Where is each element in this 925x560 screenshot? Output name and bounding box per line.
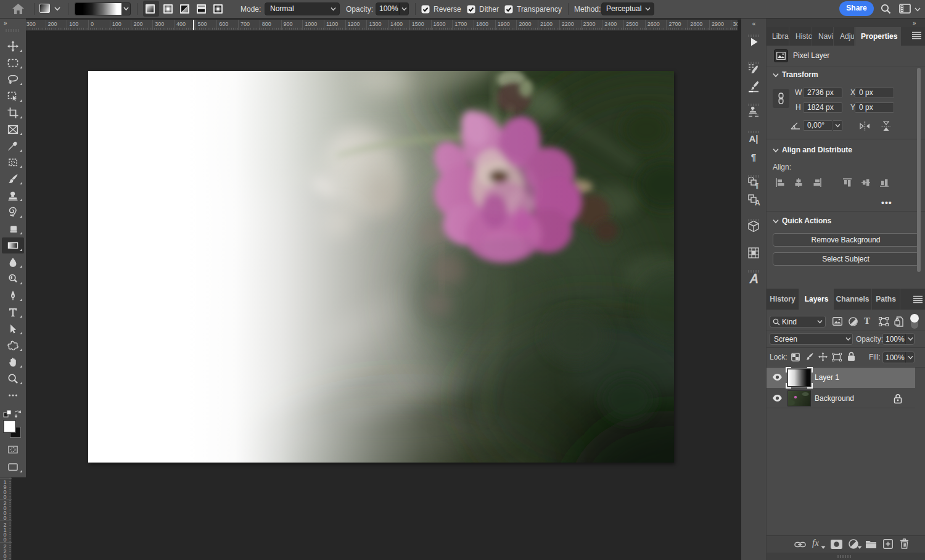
svg-text:A: A (755, 199, 760, 207)
svg-text:¶: ¶ (755, 182, 758, 189)
